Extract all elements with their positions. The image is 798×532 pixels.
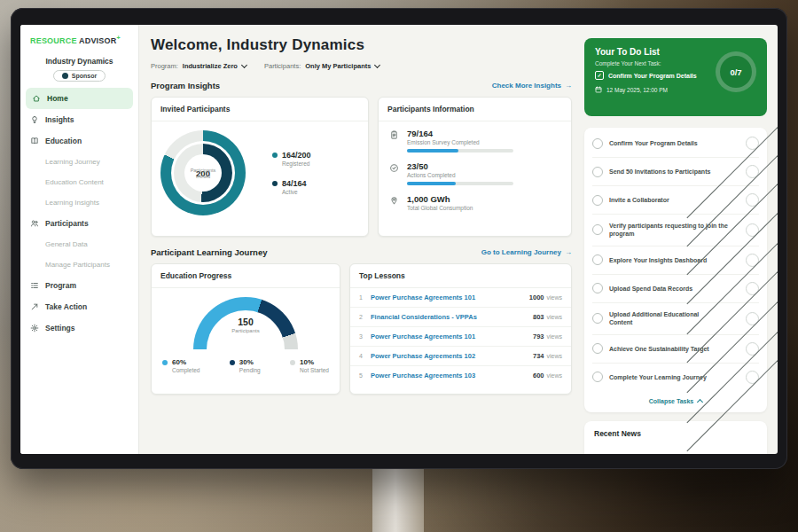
org-name: Industry Dynamics [20,57,138,66]
gear-icon [30,324,39,332]
sidebar-item-take-action[interactable]: Take Action [20,296,138,317]
sidebar-item-manage-participants[interactable]: Manage Participants [20,254,138,275]
arrow-right-icon: → [565,248,572,256]
task-checkbox[interactable] [592,343,603,354]
invited-legend-dot [272,181,278,186]
check-more-insights-link[interactable]: Check More Insights → [492,82,572,90]
gauge-legend-dot [230,360,235,365]
task-chevron-button[interactable] [746,282,759,295]
lesson-link[interactable]: Power Purchase Agreements 102 [371,352,533,360]
survey-icon [389,130,399,140]
participants-information-card: Participants Information 79/164 Emission… [378,97,572,237]
task-chevron-button[interactable] [746,254,759,267]
dashboard-screen: RESOURCE ADVISOR+ Industry Dynamics Spon… [20,25,778,454]
lesson-link[interactable]: Power Purchase Agreements 103 [371,372,533,379]
sidebar-item-education[interactable]: Education [20,130,138,152]
task-list-card: Confirm Your Program Details Send 50 Inv… [584,128,767,412]
filter-bar: Program: Industrialize Zero Participants… [151,62,572,70]
lesson-row: 2 Financial Considerations - VPPAs 803 v… [350,308,571,327]
task-checkbox[interactable] [592,167,603,177]
go-to-learning-journey-link[interactable]: Go to Learning Journey → [481,248,572,256]
gauge-legend: 60% Completed 30% Pending [152,349,340,373]
top-lessons-card: Top Lessons 1 Power Purchase Agreements … [349,263,572,395]
participants-dropdown[interactable]: Only My Participants [305,62,379,70]
sidebar-item-program[interactable]: Program [20,275,138,296]
sponsor-icon [62,73,68,79]
sidebar-item-learning-journey[interactable]: Learning Journey [20,152,138,172]
sidebar-item-general-data[interactable]: General Data [20,234,138,254]
task-checkbox[interactable] [592,254,603,265]
brand-logo: RESOURCE ADVISOR+ [20,35,138,45]
sidebar-item-settings[interactable]: Settings [20,317,138,339]
arrow-right-icon: → [565,82,572,90]
task-checkbox[interactable] [592,283,603,293]
task-row[interactable]: Confirm Your Program Details [592,129,759,158]
program-dropdown[interactable]: Industrialize Zero [183,62,246,70]
main-content: Welcome, Industry Dynamics Program: Indu… [139,25,581,454]
lesson-row: 1 Power Purchase Agreements 101 1000 vie… [350,288,571,308]
check-circle-icon [389,163,399,173]
learning-journey-title: Participant Learning Journey [151,247,267,257]
lesson-link[interactable]: Power Purchase Agreements 101 [371,332,533,340]
stat-bar-fill [407,182,456,185]
invited-participants-card: Invited Participants 200 Participants In… [151,97,369,237]
invited-legend-dot [272,153,278,158]
chevron-down-icon [374,62,380,68]
arrow-action-icon [30,302,39,311]
gauge-center: 150 Participants [193,317,298,333]
recent-news-card: Recent News [584,421,767,454]
legend-completed: 60% Completed [162,358,200,373]
invited-donut-chart: 200 Participants Invited [160,130,246,215]
legend-active: 84/164 Active [272,179,311,195]
sidebar-item-insights[interactable]: Insights [20,109,138,130]
book-icon [30,137,39,145]
task-chevron-button[interactable] [746,137,759,150]
program-filter: Program: Industrialize Zero [151,62,246,70]
list-icon [30,281,39,290]
people-icon [30,219,39,228]
task-checkbox[interactable] [592,224,603,235]
sidebar-item-education-content[interactable]: Education Content [20,172,138,192]
gauge-legend-dot [162,360,168,365]
location-pin-icon [389,196,399,206]
task-chevron-button[interactable] [746,342,759,356]
home-icon [32,94,41,103]
gauge-legend-dot [290,360,295,365]
calendar-icon [595,86,602,93]
task-chevron-button[interactable] [746,193,759,207]
program-insights-title: Program Insights [151,81,220,90]
task-chevron-button[interactable] [746,312,759,325]
education-progress-card: Education Progress 150 Participants [151,263,340,395]
monitor-bezel: RESOURCE ADVISOR+ Industry Dynamics Spon… [11,8,787,469]
sidebar-item-learning-insights[interactable]: Learning Insights [20,192,138,213]
task-chevron-button[interactable] [746,165,759,178]
legend-registered: 164/200 Registered [272,151,311,167]
chevron-down-icon [241,62,247,68]
legend-not-started: 10% Not Started [290,358,329,373]
todo-summary-card: Your To Do List Complete Your Next Task:… [584,38,767,116]
emission-survey-stat: 79/164 Emission Survey Completed [389,129,560,153]
check-icon: ✓ [597,73,601,78]
todo-progress-ring: 0/7 [716,51,756,92]
sidebar-nav: Home Insights Education Learning Journey… [20,88,138,339]
lesson-row: 3 Power Purchase Agreements 101 793 view… [350,327,571,347]
lesson-link[interactable]: Financial Considerations - VPPAs [371,313,533,321]
lesson-link[interactable]: Power Purchase Agreements 101 [371,293,529,301]
task-checkbox[interactable] [592,138,603,149]
todo-panel: Your To Do List Complete Your Next Task:… [581,25,778,454]
task-chevron-button[interactable] [746,371,759,384]
sidebar-item-home[interactable]: Home [26,88,133,109]
stat-bar-fill [407,149,458,153]
task-chevron-button[interactable] [746,223,759,237]
sidebar: RESOURCE ADVISOR+ Industry Dynamics Spon… [20,25,139,454]
task-checkbox[interactable] [592,372,603,382]
task-checkbox[interactable] [592,195,603,206]
invited-donut-center: 200 Participants Invited [184,154,222,192]
page-title: Welcome, Industry Dynamics [151,36,572,54]
next-task-checkbox[interactable]: ✓ [595,71,604,80]
sidebar-item-participants[interactable]: Participants [20,213,138,234]
lesson-row: 4 Power Purchase Agreements 102 734 view… [350,347,571,366]
progress-bar [407,182,513,185]
legend-pending: 30% Pending [230,358,261,373]
task-checkbox[interactable] [592,313,603,324]
